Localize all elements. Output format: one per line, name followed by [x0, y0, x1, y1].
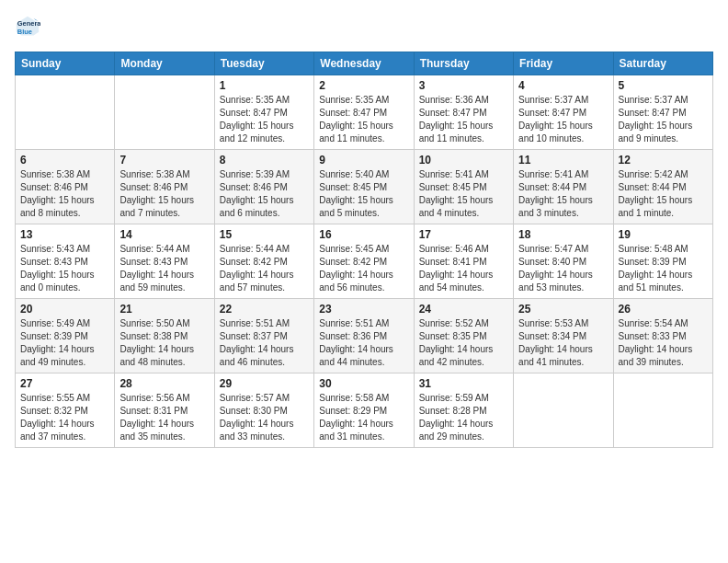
week-row-3: 13Sunrise: 5:43 AM Sunset: 8:43 PM Dayli… — [16, 224, 713, 299]
calendar-cell: 25Sunrise: 5:53 AM Sunset: 8:34 PM Dayli… — [514, 299, 613, 373]
day-number: 14 — [119, 228, 209, 241]
day-info: Sunrise: 5:41 AM Sunset: 8:45 PM Dayligh… — [419, 168, 508, 220]
weekday-header-tuesday: Tuesday — [214, 52, 313, 75]
calendar-cell: 19Sunrise: 5:48 AM Sunset: 8:39 PM Dayli… — [613, 224, 712, 299]
day-number: 28 — [119, 377, 209, 390]
day-info: Sunrise: 5:55 AM Sunset: 8:32 PM Dayligh… — [20, 392, 109, 443]
day-info: Sunrise: 5:39 AM Sunset: 8:46 PM Dayligh… — [220, 168, 309, 220]
day-number: 7 — [119, 154, 209, 167]
weekday-header-monday: Monday — [115, 52, 214, 75]
day-info: Sunrise: 5:42 AM Sunset: 8:44 PM Dayligh… — [619, 168, 708, 220]
page-header: General Blue — [15, 15, 713, 40]
day-number: 3 — [419, 79, 508, 92]
day-number: 10 — [419, 154, 508, 167]
day-info: Sunrise: 5:47 AM Sunset: 8:40 PM Dayligh… — [518, 243, 608, 294]
day-number: 6 — [20, 154, 109, 167]
day-number: 19 — [619, 228, 708, 241]
day-info: Sunrise: 5:59 AM Sunset: 8:28 PM Dayligh… — [419, 392, 508, 443]
week-row-5: 27Sunrise: 5:55 AM Sunset: 8:32 PM Dayli… — [16, 373, 713, 448]
day-info: Sunrise: 5:35 AM Sunset: 8:47 PM Dayligh… — [319, 94, 408, 145]
week-row-4: 20Sunrise: 5:49 AM Sunset: 8:39 PM Dayli… — [16, 299, 713, 373]
day-number: 13 — [20, 228, 109, 241]
week-row-1: 1Sunrise: 5:35 AM Sunset: 8:47 PM Daylig… — [16, 75, 713, 150]
calendar-cell: 12Sunrise: 5:42 AM Sunset: 8:44 PM Dayli… — [613, 150, 712, 224]
calendar-cell: 22Sunrise: 5:51 AM Sunset: 8:37 PM Dayli… — [214, 299, 313, 373]
calendar-cell: 16Sunrise: 5:45 AM Sunset: 8:42 PM Dayli… — [314, 224, 414, 299]
calendar-cell: 15Sunrise: 5:44 AM Sunset: 8:42 PM Dayli… — [214, 224, 313, 299]
calendar-cell — [115, 75, 214, 150]
day-info: Sunrise: 5:50 AM Sunset: 8:38 PM Dayligh… — [119, 317, 209, 369]
weekday-header-friday: Friday — [514, 52, 613, 75]
day-info: Sunrise: 5:35 AM Sunset: 8:47 PM Dayligh… — [220, 94, 309, 145]
day-number: 27 — [20, 377, 109, 390]
day-number: 15 — [220, 228, 309, 241]
day-number: 11 — [518, 154, 608, 167]
day-number: 4 — [518, 79, 608, 92]
calendar-cell: 2Sunrise: 5:35 AM Sunset: 8:47 PM Daylig… — [314, 75, 414, 150]
day-info: Sunrise: 5:53 AM Sunset: 8:34 PM Dayligh… — [518, 317, 608, 369]
day-info: Sunrise: 5:38 AM Sunset: 8:46 PM Dayligh… — [119, 168, 209, 220]
day-number: 30 — [319, 377, 408, 390]
day-number: 31 — [419, 377, 508, 390]
day-number: 23 — [319, 303, 408, 316]
day-info: Sunrise: 5:43 AM Sunset: 8:43 PM Dayligh… — [20, 243, 109, 294]
weekday-header-thursday: Thursday — [414, 52, 513, 75]
calendar-table: SundayMondayTuesdayWednesdayThursdayFrid… — [15, 52, 713, 448]
day-number: 20 — [20, 303, 109, 316]
logo: General Blue — [15, 15, 44, 40]
day-number: 8 — [220, 154, 309, 167]
calendar-cell: 24Sunrise: 5:52 AM Sunset: 8:35 PM Dayli… — [414, 299, 513, 373]
calendar-cell: 20Sunrise: 5:49 AM Sunset: 8:39 PM Dayli… — [16, 299, 115, 373]
day-number: 17 — [419, 228, 508, 241]
day-number: 5 — [619, 79, 708, 92]
calendar-cell: 7Sunrise: 5:38 AM Sunset: 8:46 PM Daylig… — [115, 150, 214, 224]
calendar-cell: 3Sunrise: 5:36 AM Sunset: 8:47 PM Daylig… — [414, 75, 513, 150]
day-info: Sunrise: 5:52 AM Sunset: 8:35 PM Dayligh… — [419, 317, 508, 369]
calendar-cell: 27Sunrise: 5:55 AM Sunset: 8:32 PM Dayli… — [16, 373, 115, 448]
day-number: 2 — [319, 79, 408, 92]
week-row-2: 6Sunrise: 5:38 AM Sunset: 8:46 PM Daylig… — [16, 150, 713, 224]
calendar-cell: 30Sunrise: 5:58 AM Sunset: 8:29 PM Dayli… — [314, 373, 414, 448]
day-number: 16 — [319, 228, 408, 241]
calendar-cell: 28Sunrise: 5:56 AM Sunset: 8:31 PM Dayli… — [115, 373, 214, 448]
calendar-cell: 26Sunrise: 5:54 AM Sunset: 8:33 PM Dayli… — [613, 299, 712, 373]
weekday-header-sunday: Sunday — [16, 52, 115, 75]
day-info: Sunrise: 5:45 AM Sunset: 8:42 PM Dayligh… — [319, 243, 408, 294]
day-number: 25 — [518, 303, 608, 316]
calendar-cell: 8Sunrise: 5:39 AM Sunset: 8:46 PM Daylig… — [214, 150, 313, 224]
calendar-cell: 13Sunrise: 5:43 AM Sunset: 8:43 PM Dayli… — [16, 224, 115, 299]
calendar-cell: 9Sunrise: 5:40 AM Sunset: 8:45 PM Daylig… — [314, 150, 414, 224]
day-number: 22 — [220, 303, 309, 316]
calendar-cell: 23Sunrise: 5:51 AM Sunset: 8:36 PM Dayli… — [314, 299, 414, 373]
weekday-header-row: SundayMondayTuesdayWednesdayThursdayFrid… — [16, 52, 713, 75]
calendar-cell: 17Sunrise: 5:46 AM Sunset: 8:41 PM Dayli… — [414, 224, 513, 299]
day-number: 24 — [419, 303, 508, 316]
calendar-cell: 6Sunrise: 5:38 AM Sunset: 8:46 PM Daylig… — [16, 150, 115, 224]
day-info: Sunrise: 5:44 AM Sunset: 8:42 PM Dayligh… — [220, 243, 309, 294]
day-info: Sunrise: 5:38 AM Sunset: 8:46 PM Dayligh… — [20, 168, 109, 220]
calendar-cell: 29Sunrise: 5:57 AM Sunset: 8:30 PM Dayli… — [214, 373, 313, 448]
day-number: 12 — [619, 154, 708, 167]
day-info: Sunrise: 5:51 AM Sunset: 8:36 PM Dayligh… — [319, 317, 408, 369]
calendar-cell: 1Sunrise: 5:35 AM Sunset: 8:47 PM Daylig… — [214, 75, 313, 150]
day-info: Sunrise: 5:41 AM Sunset: 8:44 PM Dayligh… — [518, 168, 608, 220]
day-number: 26 — [619, 303, 708, 316]
calendar-cell: 18Sunrise: 5:47 AM Sunset: 8:40 PM Dayli… — [514, 224, 613, 299]
day-info: Sunrise: 5:56 AM Sunset: 8:31 PM Dayligh… — [119, 392, 209, 443]
weekday-header-wednesday: Wednesday — [314, 52, 414, 75]
day-info: Sunrise: 5:37 AM Sunset: 8:47 PM Dayligh… — [518, 94, 608, 145]
day-info: Sunrise: 5:49 AM Sunset: 8:39 PM Dayligh… — [20, 317, 109, 369]
day-info: Sunrise: 5:58 AM Sunset: 8:29 PM Dayligh… — [319, 392, 408, 443]
calendar-cell: 10Sunrise: 5:41 AM Sunset: 8:45 PM Dayli… — [414, 150, 513, 224]
day-info: Sunrise: 5:48 AM Sunset: 8:39 PM Dayligh… — [619, 243, 708, 294]
day-info: Sunrise: 5:54 AM Sunset: 8:33 PM Dayligh… — [619, 317, 708, 369]
calendar-cell: 4Sunrise: 5:37 AM Sunset: 8:47 PM Daylig… — [514, 75, 613, 150]
day-number: 9 — [319, 154, 408, 167]
day-info: Sunrise: 5:44 AM Sunset: 8:43 PM Dayligh… — [119, 243, 209, 294]
calendar-cell: 11Sunrise: 5:41 AM Sunset: 8:44 PM Dayli… — [514, 150, 613, 224]
day-number: 21 — [119, 303, 209, 316]
weekday-header-saturday: Saturday — [613, 52, 712, 75]
day-number: 29 — [220, 377, 309, 390]
day-info: Sunrise: 5:36 AM Sunset: 8:47 PM Dayligh… — [419, 94, 508, 145]
day-number: 1 — [220, 79, 309, 92]
